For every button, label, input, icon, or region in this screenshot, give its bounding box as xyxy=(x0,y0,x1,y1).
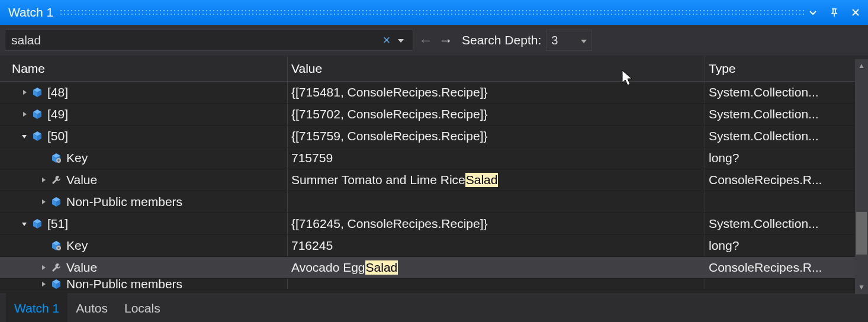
row-value xyxy=(288,191,705,212)
prop-icon xyxy=(50,153,63,163)
row-value: {[715759, ConsoleRecipes.Recipe]} xyxy=(288,125,705,147)
table-row[interactable]: [48]{[715481, ConsoleRecipes.Recipe]}Sys… xyxy=(0,82,868,104)
close-icon[interactable] xyxy=(849,6,862,19)
row-type: System.Collection... xyxy=(705,104,868,125)
search-depth-label: Search Depth: xyxy=(462,33,541,47)
row-name: [49] xyxy=(47,107,68,121)
row-name: Value xyxy=(66,260,97,275)
expander-icon[interactable] xyxy=(38,281,49,287)
search-depth-value: 3 xyxy=(551,34,558,47)
expander-icon[interactable] xyxy=(19,221,30,227)
expander-icon[interactable] xyxy=(38,199,49,205)
table-row[interactable]: Key715759long? xyxy=(0,147,868,169)
row-name: Non-Public members xyxy=(66,279,182,289)
cube-icon xyxy=(50,279,63,289)
scroll-up-icon[interactable]: ▲ xyxy=(855,59,868,72)
prev-result-icon[interactable]: ← xyxy=(418,32,433,49)
header-name[interactable]: Name xyxy=(0,56,288,81)
table-row[interactable]: [49]{[715702, ConsoleRecipes.Recipe]}Sys… xyxy=(0,104,868,125)
tab-locals[interactable]: Locals xyxy=(116,294,169,322)
search-depth-select[interactable]: 3 xyxy=(546,30,592,51)
row-value: Avocado Egg Salad xyxy=(288,257,705,278)
table-row[interactable]: Non-Public members xyxy=(0,279,868,289)
search-highlight: Salad xyxy=(465,173,499,187)
row-value: {[715481, ConsoleRecipes.Recipe]} xyxy=(288,82,705,103)
tab-watch-1[interactable]: Watch 1 xyxy=(6,294,67,322)
tabbar: Watch 1AutosLocals xyxy=(0,294,868,322)
table-row[interactable]: Non-Public members xyxy=(0,191,868,213)
row-type xyxy=(705,279,868,289)
row-type: System.Collection... xyxy=(705,125,868,147)
titlebar-grip[interactable] xyxy=(59,9,806,16)
search-query-text: salad xyxy=(11,33,380,47)
cube-icon xyxy=(31,109,44,120)
chevron-down-icon xyxy=(581,34,587,47)
cube-icon xyxy=(31,87,44,98)
tab-autos[interactable]: Autos xyxy=(67,294,116,322)
table-row[interactable]: ValueAvocado Egg SaladConsoleRecipes.R..… xyxy=(0,257,868,279)
header-value[interactable]: Value xyxy=(288,56,705,81)
cube-icon xyxy=(31,218,44,229)
cube-icon xyxy=(31,131,44,141)
expander-icon[interactable] xyxy=(38,177,49,183)
row-type: System.Collection... xyxy=(705,82,868,103)
grid-rows: [48]{[715481, ConsoleRecipes.Recipe]}Sys… xyxy=(0,82,868,289)
expander-icon[interactable] xyxy=(38,265,49,271)
prop-icon xyxy=(50,240,63,251)
pin-icon[interactable] xyxy=(828,6,841,19)
expander-icon[interactable] xyxy=(19,133,30,139)
row-type xyxy=(705,191,868,212)
row-type: System.Collection... xyxy=(705,213,868,234)
window-controls xyxy=(806,6,862,19)
grid-header: Name Value Type xyxy=(0,56,868,82)
search-highlight: Salad xyxy=(365,260,398,275)
table-row[interactable]: ValueSummer Tomato and Lime Rice SaladCo… xyxy=(0,169,868,191)
row-name: [51] xyxy=(47,217,68,231)
table-row[interactable]: [50]{[715759, ConsoleRecipes.Recipe]}Sys… xyxy=(0,125,868,147)
titlebar: Watch 1 xyxy=(0,0,868,25)
row-value: {[715702, ConsoleRecipes.Recipe]} xyxy=(288,104,705,125)
row-value xyxy=(288,279,705,289)
scroll-down-icon[interactable]: ▼ xyxy=(855,281,868,294)
search-dropdown-icon[interactable] xyxy=(394,34,408,47)
row-name: Non-Public members xyxy=(66,195,182,209)
vertical-scrollbar[interactable]: ▲ ▼ xyxy=(855,59,868,294)
row-name: [50] xyxy=(47,129,68,143)
row-name: Key xyxy=(66,239,88,253)
window-menu-icon[interactable] xyxy=(806,6,819,19)
row-type: ConsoleRecipes.R... xyxy=(705,169,868,191)
row-value: {[716245, ConsoleRecipes.Recipe]} xyxy=(288,213,705,234)
row-type: long? xyxy=(705,235,868,256)
row-name: Key xyxy=(66,151,88,165)
wrench-icon xyxy=(50,175,63,185)
table-row[interactable]: Key716245long? xyxy=(0,235,868,257)
row-value: 716245 xyxy=(288,235,705,256)
table-row[interactable]: [51]{[716245, ConsoleRecipes.Recipe]}Sys… xyxy=(0,213,868,235)
row-type: long? xyxy=(705,147,868,169)
row-name: [48] xyxy=(47,85,68,99)
clear-search-icon[interactable]: × xyxy=(380,33,394,48)
window-title: Watch 1 xyxy=(8,5,53,20)
scroll-thumb[interactable] xyxy=(856,212,867,255)
cube-icon xyxy=(50,197,63,207)
row-type: ConsoleRecipes.R... xyxy=(705,257,868,278)
row-name: Value xyxy=(66,173,97,187)
wrench-icon xyxy=(50,262,63,273)
search-input[interactable]: salad × xyxy=(5,30,413,51)
expander-icon[interactable] xyxy=(19,89,30,95)
row-value: Summer Tomato and Lime Rice Salad xyxy=(288,169,705,191)
toolbar: salad × ← → Search Depth: 3 xyxy=(0,25,868,56)
header-type[interactable]: Type xyxy=(705,56,868,81)
row-value: 715759 xyxy=(288,147,705,169)
expander-icon[interactable] xyxy=(19,111,30,117)
next-result-icon[interactable]: → xyxy=(438,32,454,49)
